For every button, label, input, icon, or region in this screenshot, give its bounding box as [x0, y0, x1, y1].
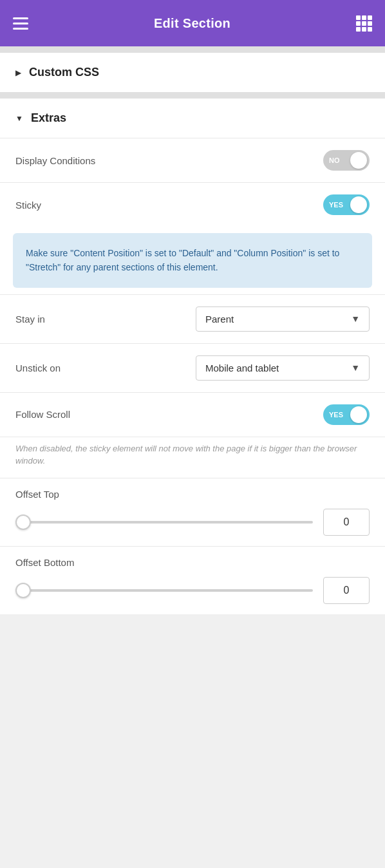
sticky-toggle-label: YES [329, 201, 343, 209]
settings-area: Display Conditions NO Sticky YES Make su… [0, 138, 385, 614]
page-title: Edit Section [154, 16, 230, 31]
offset-bottom-section: Offset Bottom [0, 546, 385, 614]
info-box-text: Make sure "Content Position" is set to "… [26, 246, 359, 275]
stay-in-row: Stay in Parent ▼ [0, 294, 385, 343]
sticky-row: Sticky YES [0, 182, 385, 227]
follow-scroll-toggle[interactable]: YES [323, 404, 370, 425]
sticky-toggle[interactable]: YES [323, 194, 370, 215]
unstick-on-chevron: ▼ [351, 363, 360, 373]
display-conditions-label: Display Conditions [15, 155, 95, 166]
extras-toggle[interactable]: ▼ Extras [0, 99, 385, 138]
offset-top-thumb[interactable] [15, 514, 31, 530]
custom-css-section: ▶ Custom CSS [0, 53, 385, 92]
offset-bottom-input[interactable] [323, 577, 370, 604]
sticky-label: Sticky [15, 200, 41, 211]
extras-arrow: ▼ [15, 114, 23, 123]
display-conditions-knob [350, 152, 367, 169]
custom-css-toggle[interactable]: ▶ Custom CSS [0, 53, 385, 92]
stay-in-chevron: ▼ [351, 314, 360, 324]
unstick-on-label: Unstick on [15, 363, 61, 373]
custom-css-arrow: ▶ [15, 68, 21, 77]
display-conditions-toggle-label: NO [329, 156, 340, 164]
offset-top-section: Offset Top [0, 478, 385, 546]
offset-top-label: Offset Top [15, 489, 370, 500]
follow-scroll-label: Follow Scroll [15, 409, 70, 420]
divider-top [0, 46, 385, 53]
unstick-on-row: Unstick on Mobile and tablet ▼ [0, 343, 385, 392]
menu-icon[interactable] [13, 17, 28, 30]
apps-icon[interactable] [356, 15, 372, 32]
follow-scroll-toggle-label: YES [329, 411, 343, 419]
extras-label: Extras [31, 111, 66, 125]
unstick-on-select[interactable]: Mobile and tablet ▼ [196, 355, 370, 381]
custom-css-label: Custom CSS [29, 66, 99, 79]
extras-section: ▼ Extras [0, 99, 385, 138]
follow-scroll-knob [350, 406, 367, 423]
divider-middle [0, 92, 385, 99]
stay-in-value: Parent [205, 314, 234, 325]
offset-bottom-track [15, 589, 313, 592]
follow-scroll-description: When disabled, the sticky element will n… [0, 437, 385, 478]
offset-top-track [15, 521, 313, 524]
stay-in-select[interactable]: Parent ▼ [196, 307, 370, 332]
offset-top-input[interactable] [323, 509, 370, 536]
unstick-on-value: Mobile and tablet [205, 363, 279, 373]
offset-top-track-wrapper[interactable] [15, 513, 313, 531]
display-conditions-row: Display Conditions NO [0, 138, 385, 182]
offset-bottom-thumb[interactable] [15, 583, 31, 598]
sticky-info-box: Make sure "Content Position" is set to "… [13, 233, 372, 288]
offset-bottom-track-wrapper[interactable] [15, 581, 313, 599]
follow-scroll-row: Follow Scroll YES [0, 392, 385, 437]
stay-in-label: Stay in [15, 314, 45, 325]
offset-top-slider-row [15, 509, 370, 536]
sticky-knob [350, 196, 367, 213]
offset-bottom-slider-row [15, 577, 370, 604]
display-conditions-toggle[interactable]: NO [323, 150, 370, 171]
header: Edit Section [0, 0, 385, 46]
offset-bottom-label: Offset Bottom [15, 557, 370, 568]
